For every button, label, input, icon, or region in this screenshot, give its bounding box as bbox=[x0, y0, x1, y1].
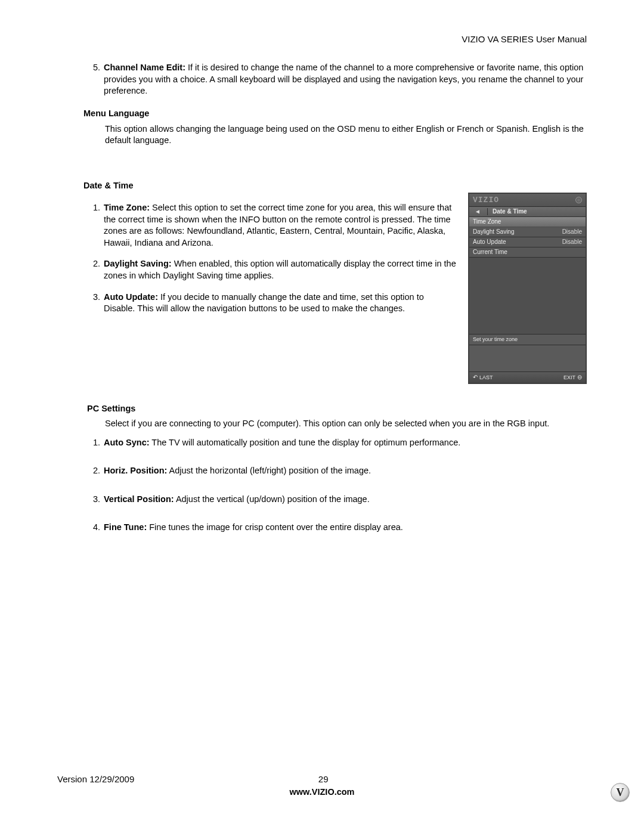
date-time-section: 1. Time Zone: Select this option to set … bbox=[83, 195, 587, 383]
osd-exit-label: EXIT bbox=[564, 374, 575, 380]
list-number: 2. bbox=[83, 465, 104, 477]
footer-top-row: Version 12/29/2009 29 Version 12/29/2009 bbox=[57, 773, 587, 785]
auto-sync-item: 1. Auto Sync: The TV will automatically … bbox=[83, 437, 587, 449]
osd-row-daylight-saving: Daylight Saving Disable bbox=[469, 227, 586, 237]
list-body: Fine Tune: Fine tunes the image for cris… bbox=[104, 522, 587, 534]
osd-exit: EXIT⊖ bbox=[564, 374, 582, 381]
osd-footer: ↶LAST EXIT⊖ bbox=[469, 372, 586, 383]
vertical-position-label: Vertical Position: bbox=[104, 494, 174, 504]
osd-row-auto-update: Auto Update Disable bbox=[469, 237, 586, 247]
list-body: Time Zone: Select this option to set the… bbox=[104, 202, 456, 249]
vizio-logo-icon: V bbox=[611, 783, 630, 802]
auto-update-item: 3. Auto Update: If you decide to manuall… bbox=[83, 292, 456, 315]
exit-icon: ⊖ bbox=[577, 374, 582, 381]
footer-version: Version 12/29/2009 bbox=[57, 773, 134, 785]
fine-tune-text: Fine tunes the image for crisp content o… bbox=[147, 522, 403, 532]
date-time-heading: Date & Time bbox=[83, 180, 587, 192]
osd-row-current-time: Current Time bbox=[469, 247, 586, 258]
list-number: 3. bbox=[83, 292, 104, 315]
time-zone-item: 1. Time Zone: Select this option to set … bbox=[83, 202, 456, 249]
fine-tune-item: 4. Fine Tune: Fine tunes the image for c… bbox=[83, 522, 587, 534]
date-time-left: 1. Time Zone: Select this option to set … bbox=[83, 195, 456, 324]
pc-settings-heading: PC Settings bbox=[87, 403, 587, 415]
horiz-position-label: Horiz. Position: bbox=[104, 466, 167, 475]
horiz-position-item: 2. Horiz. Position: Adjust the horizonta… bbox=[83, 465, 587, 477]
time-zone-text: Select this option to set the correct ti… bbox=[104, 203, 451, 247]
osd-last-label: LAST bbox=[479, 374, 493, 380]
daylight-saving-item: 2. Daylight Saving: When enabled, this o… bbox=[83, 258, 456, 281]
channel-name-edit-item: 5. Channel Name Edit: If it is desired t… bbox=[83, 62, 587, 97]
list-number: 4. bbox=[83, 522, 104, 534]
fine-tune-label: Fine Tune: bbox=[104, 522, 147, 532]
channel-name-edit-label: Channel Name Edit: bbox=[104, 63, 185, 72]
list-number: 2. bbox=[83, 258, 104, 281]
undo-icon: ↶ bbox=[473, 374, 478, 381]
pc-settings-intro: Select if you are connecting to your PC … bbox=[105, 418, 587, 430]
list-number: 1. bbox=[83, 437, 104, 449]
list-body: Horiz. Position: Adjust the horizontal (… bbox=[104, 465, 587, 477]
list-body: Vertical Position: Adjust the vertical (… bbox=[104, 494, 587, 506]
time-zone-label: Time Zone: bbox=[104, 203, 150, 212]
list-number: 5. bbox=[83, 62, 104, 97]
osd-row-value: Disable bbox=[562, 239, 582, 246]
footer-page-number: 29 bbox=[318, 773, 329, 785]
auto-sync-text: The TV will automatically position and t… bbox=[150, 438, 461, 447]
osd-logo: VIZIO bbox=[473, 196, 499, 205]
list-body: Daylight Saving: When enabled, this opti… bbox=[104, 258, 456, 281]
osd-blank-area bbox=[469, 258, 586, 335]
list-number: 3. bbox=[83, 494, 104, 506]
gear-icon bbox=[575, 197, 582, 203]
menu-language-heading: Menu Language bbox=[83, 108, 587, 120]
list-body: Auto Sync: The TV will automatically pos… bbox=[104, 437, 587, 449]
osd-row-label: Daylight Saving bbox=[473, 228, 514, 236]
list-number: 1. bbox=[83, 202, 104, 249]
osd-row-label: Auto Update bbox=[473, 239, 506, 246]
back-arrow-icon: ◄ bbox=[473, 208, 482, 215]
osd-row-time-zone: Time Zone bbox=[469, 217, 586, 227]
osd-breadcrumb: ◄ Date & Time bbox=[469, 207, 586, 217]
logo-letter: V bbox=[617, 785, 624, 800]
osd-crumb-title: Date & Time bbox=[493, 208, 527, 215]
content-body: 5. Channel Name Edit: If it is desired t… bbox=[57, 62, 587, 534]
list-body: Channel Name Edit: If it is desired to c… bbox=[104, 62, 587, 97]
page-footer: Version 12/29/2009 29 Version 12/29/2009… bbox=[57, 773, 587, 798]
osd-help-pad bbox=[469, 345, 586, 372]
menu-language-text: This option allows changing the language… bbox=[105, 123, 587, 147]
page: VIZIO VA SERIES User Manual 5. Channel N… bbox=[0, 0, 644, 833]
osd-row-label: Current Time bbox=[473, 249, 507, 256]
osd-top-bar: VIZIO bbox=[469, 194, 586, 207]
list-body: Auto Update: If you decide to manually c… bbox=[104, 292, 456, 315]
daylight-saving-label: Daylight Saving: bbox=[104, 259, 172, 268]
auto-update-label: Auto Update: bbox=[104, 292, 158, 302]
footer-url: www.VIZIO.com bbox=[57, 786, 587, 798]
vertical-position-item: 3. Vertical Position: Adjust the vertica… bbox=[83, 494, 587, 506]
osd-row-label: Time Zone bbox=[473, 218, 501, 225]
osd-last: ↶LAST bbox=[473, 374, 493, 381]
header-title: VIZIO VA SERIES User Manual bbox=[57, 33, 587, 45]
horiz-position-text: Adjust the horizontal (left/right) posit… bbox=[167, 466, 371, 475]
osd-panel: VIZIO ◄ Date & Time Time Zone Daylight S… bbox=[468, 193, 587, 383]
osd-row-value: Disable bbox=[562, 228, 582, 236]
crumb-divider bbox=[487, 208, 488, 215]
osd-help-text: Set your time zone bbox=[469, 335, 586, 345]
vertical-position-text: Adjust the vertical (up/down) position o… bbox=[174, 494, 370, 504]
auto-sync-label: Auto Sync: bbox=[104, 438, 150, 447]
